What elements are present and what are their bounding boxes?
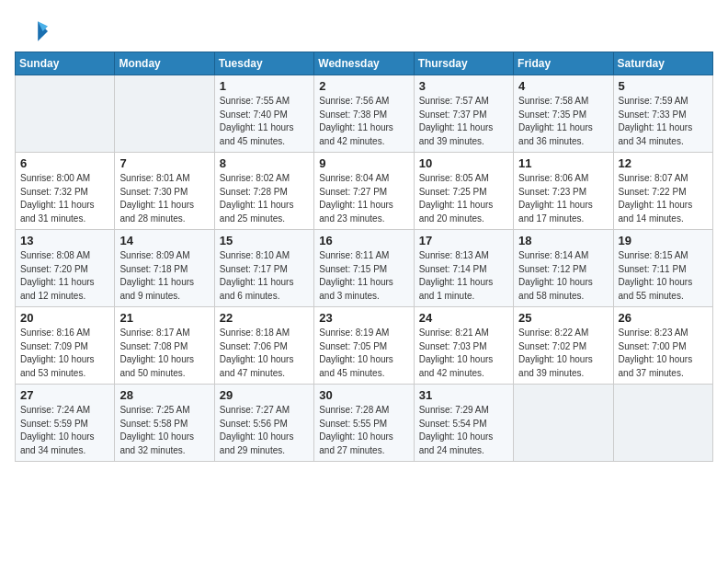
calendar-cell: 22Sunrise: 8:18 AMSunset: 7:06 PMDayligh…: [214, 307, 313, 385]
calendar-cell: 30Sunrise: 7:28 AMSunset: 5:55 PMDayligh…: [314, 385, 414, 462]
calendar-day-header: Monday: [115, 52, 214, 75]
day-info: Sunrise: 7:27 AMSunset: 5:56 PMDaylight:…: [220, 404, 309, 457]
calendar-week-row: 20Sunrise: 8:16 AMSunset: 7:09 PMDayligh…: [16, 307, 713, 385]
day-info: Sunrise: 7:55 AMSunset: 7:40 PMDaylight:…: [220, 95, 309, 148]
calendar-day-header: Wednesday: [314, 52, 414, 75]
calendar-week-row: 1Sunrise: 7:55 AMSunset: 7:40 PMDaylight…: [16, 75, 713, 153]
calendar-week-row: 27Sunrise: 7:24 AMSunset: 5:59 PMDayligh…: [16, 385, 713, 462]
calendar-cell: 6Sunrise: 8:00 AMSunset: 7:32 PMDaylight…: [16, 153, 115, 230]
calendar-cell: 24Sunrise: 8:21 AMSunset: 7:03 PMDayligh…: [414, 307, 513, 385]
day-info: Sunrise: 8:09 AMSunset: 7:18 PMDaylight:…: [119, 249, 209, 303]
day-number: 21: [119, 311, 209, 325]
day-number: 4: [518, 79, 608, 93]
calendar-cell: 29Sunrise: 7:27 AMSunset: 5:56 PMDayligh…: [214, 385, 313, 462]
calendar-cell: 1Sunrise: 7:55 AMSunset: 7:40 PMDaylight…: [214, 75, 313, 153]
calendar-cell: 23Sunrise: 8:19 AMSunset: 7:05 PMDayligh…: [314, 307, 414, 385]
day-number: 3: [419, 79, 508, 93]
calendar-cell: 17Sunrise: 8:13 AMSunset: 7:14 PMDayligh…: [414, 230, 513, 307]
day-number: 10: [419, 156, 508, 170]
day-number: 17: [419, 234, 508, 247]
calendar-cell: 14Sunrise: 8:09 AMSunset: 7:18 PMDayligh…: [115, 230, 214, 307]
day-info: Sunrise: 8:13 AMSunset: 7:14 PMDaylight:…: [419, 249, 508, 303]
calendar-cell: [613, 385, 712, 462]
calendar-cell: 19Sunrise: 8:15 AMSunset: 7:11 PMDayligh…: [613, 230, 712, 307]
calendar-cell: 15Sunrise: 8:10 AMSunset: 7:17 PMDayligh…: [214, 230, 313, 307]
day-number: 27: [20, 388, 109, 402]
calendar-cell: 9Sunrise: 8:04 AMSunset: 7:27 PMDaylight…: [314, 153, 414, 230]
day-info: Sunrise: 7:25 AMSunset: 5:58 PMDaylight:…: [119, 404, 209, 457]
calendar-day-header: Saturday: [613, 52, 712, 75]
day-info: Sunrise: 7:57 AMSunset: 7:37 PMDaylight:…: [419, 95, 508, 148]
day-info: Sunrise: 8:02 AMSunset: 7:28 PMDaylight:…: [220, 172, 309, 225]
day-info: Sunrise: 7:56 AMSunset: 7:38 PMDaylight:…: [319, 95, 408, 148]
day-number: 20: [20, 311, 109, 325]
day-info: Sunrise: 8:08 AMSunset: 7:20 PMDaylight:…: [20, 249, 109, 303]
calendar-cell: 18Sunrise: 8:14 AMSunset: 7:12 PMDayligh…: [514, 230, 613, 307]
day-info: Sunrise: 8:00 AMSunset: 7:32 PMDaylight:…: [20, 172, 109, 225]
calendar-cell: 4Sunrise: 7:58 AMSunset: 7:35 PMDaylight…: [514, 75, 613, 153]
day-number: 31: [419, 388, 508, 402]
page-header: [15, 15, 713, 48]
day-info: Sunrise: 7:24 AMSunset: 5:59 PMDaylight:…: [20, 404, 109, 457]
calendar-cell: 20Sunrise: 8:16 AMSunset: 7:09 PMDayligh…: [16, 307, 115, 385]
day-info: Sunrise: 8:22 AMSunset: 7:02 PMDaylight:…: [518, 327, 608, 380]
day-number: 9: [319, 156, 408, 170]
day-number: 11: [518, 156, 608, 170]
calendar-day-header: Sunday: [16, 52, 115, 75]
day-number: 25: [518, 311, 608, 325]
day-number: 13: [20, 234, 109, 247]
calendar-cell: 31Sunrise: 7:29 AMSunset: 5:54 PMDayligh…: [414, 385, 513, 462]
day-info: Sunrise: 7:59 AMSunset: 7:33 PMDaylight:…: [619, 95, 708, 148]
day-number: 7: [119, 156, 209, 170]
day-info: Sunrise: 8:18 AMSunset: 7:06 PMDaylight:…: [220, 327, 309, 380]
day-info: Sunrise: 8:19 AMSunset: 7:05 PMDaylight:…: [319, 327, 408, 380]
calendar-cell: 8Sunrise: 8:02 AMSunset: 7:28 PMDaylight…: [214, 153, 313, 230]
calendar-cell: [514, 385, 613, 462]
day-info: Sunrise: 8:15 AMSunset: 7:11 PMDaylight:…: [619, 249, 708, 303]
day-number: 24: [419, 311, 508, 325]
calendar-cell: 16Sunrise: 8:11 AMSunset: 7:15 PMDayligh…: [314, 230, 414, 307]
day-info: Sunrise: 8:05 AMSunset: 7:25 PMDaylight:…: [419, 172, 508, 225]
calendar-cell: 26Sunrise: 8:23 AMSunset: 7:00 PMDayligh…: [613, 307, 712, 385]
calendar-table: SundayMondayTuesdayWednesdayThursdayFrid…: [15, 52, 713, 462]
day-number: 6: [20, 156, 109, 170]
day-info: Sunrise: 7:28 AMSunset: 5:55 PMDaylight:…: [319, 404, 408, 457]
day-info: Sunrise: 8:06 AMSunset: 7:23 PMDaylight:…: [518, 172, 608, 225]
calendar-cell: [115, 75, 214, 153]
day-number: 28: [119, 388, 209, 402]
day-info: Sunrise: 8:04 AMSunset: 7:27 PMDaylight:…: [319, 172, 408, 225]
calendar-cell: 10Sunrise: 8:05 AMSunset: 7:25 PMDayligh…: [414, 153, 513, 230]
calendar-cell: 5Sunrise: 7:59 AMSunset: 7:33 PMDaylight…: [613, 75, 712, 153]
calendar-cell: 21Sunrise: 8:17 AMSunset: 7:08 PMDayligh…: [115, 307, 214, 385]
calendar-day-header: Tuesday: [214, 52, 313, 75]
calendar-cell: 12Sunrise: 8:07 AMSunset: 7:22 PMDayligh…: [613, 153, 712, 230]
calendar-cell: 13Sunrise: 8:08 AMSunset: 7:20 PMDayligh…: [16, 230, 115, 307]
day-info: Sunrise: 8:01 AMSunset: 7:30 PMDaylight:…: [119, 172, 209, 225]
calendar-cell: [16, 75, 115, 153]
day-info: Sunrise: 8:07 AMSunset: 7:22 PMDaylight:…: [619, 172, 708, 225]
day-number: 18: [518, 234, 608, 247]
day-info: Sunrise: 8:14 AMSunset: 7:12 PMDaylight:…: [518, 249, 608, 303]
day-number: 16: [319, 234, 408, 247]
calendar-cell: 27Sunrise: 7:24 AMSunset: 5:59 PMDayligh…: [16, 385, 115, 462]
day-number: 19: [619, 234, 708, 247]
calendar-cell: 3Sunrise: 7:57 AMSunset: 7:37 PMDaylight…: [414, 75, 513, 153]
calendar-day-header: Friday: [514, 52, 613, 75]
day-number: 30: [319, 388, 408, 402]
calendar-cell: 7Sunrise: 8:01 AMSunset: 7:30 PMDaylight…: [115, 153, 214, 230]
calendar-week-row: 6Sunrise: 8:00 AMSunset: 7:32 PMDaylight…: [16, 153, 713, 230]
day-info: Sunrise: 8:23 AMSunset: 7:00 PMDaylight:…: [619, 327, 708, 380]
day-number: 22: [220, 311, 309, 325]
calendar-week-row: 13Sunrise: 8:08 AMSunset: 7:20 PMDayligh…: [16, 230, 713, 307]
day-number: 29: [220, 388, 309, 402]
day-number: 23: [319, 311, 408, 325]
calendar-header-row: SundayMondayTuesdayWednesdayThursdayFrid…: [16, 52, 713, 75]
day-number: 26: [619, 311, 708, 325]
day-number: 5: [619, 79, 708, 93]
calendar-day-header: Thursday: [414, 52, 513, 75]
calendar-cell: 2Sunrise: 7:56 AMSunset: 7:38 PMDaylight…: [314, 75, 414, 153]
day-info: Sunrise: 8:21 AMSunset: 7:03 PMDaylight:…: [419, 327, 508, 380]
day-number: 1: [220, 79, 309, 93]
day-info: Sunrise: 8:16 AMSunset: 7:09 PMDaylight:…: [20, 327, 109, 380]
day-number: 12: [619, 156, 708, 170]
